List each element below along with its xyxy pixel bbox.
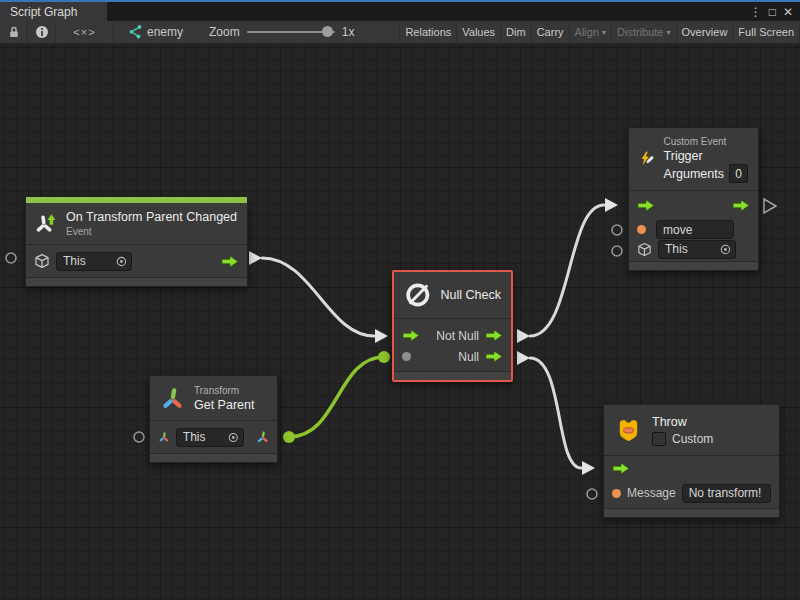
maximize-icon[interactable]: □ [769,6,776,18]
node-subtitle: Event [66,225,237,238]
transform-changed-event-icon [36,211,57,237]
chevron-down-icon: ▾ [602,28,606,37]
code-view-button[interactable]: <×> [56,21,114,43]
zoom-label: Zoom [209,25,240,39]
target-input[interactable] [63,254,116,268]
zoom-slider[interactable] [247,31,335,33]
flow-output-port[interactable] [732,199,750,212]
input-port-circle[interactable] [587,489,597,499]
node-title: Throw [652,414,713,430]
object-picker-icon[interactable] [228,431,239,444]
wire-arrowhead [517,351,530,365]
target-field[interactable] [176,428,244,447]
tab-script-graph[interactable]: Script Graph [0,2,107,21]
custom-checkbox-label: Custom [672,432,713,446]
toolbar-toggle-group: Relations Values Dim Carry Align ▾ Distr… [399,21,800,43]
toolbar-button-overview[interactable]: Overview [677,21,734,43]
graph-name: enemy [147,25,183,39]
node-null-check[interactable]: Null Check Not Null Null [392,270,513,382]
toolbar-button-align[interactable]: Align ▾ [570,21,612,43]
toolbar-button-carry[interactable]: Carry [532,21,570,43]
connection-wire-notnull-to-trigger[interactable] [530,205,604,336]
graph-toolbar: <×> enemy Zoom 1x Relations Values Dim C… [0,21,800,44]
value-input-port[interactable] [637,225,646,234]
wire-arrowhead [517,329,530,343]
event-name-input[interactable] [663,223,729,237]
target-input[interactable] [183,430,228,444]
node-category: Custom Event [664,135,748,148]
node-category: Transform [194,384,254,397]
close-icon[interactable]: ✕ [783,6,793,18]
wire-arrowhead [582,461,595,475]
connection-wire-event-to-nullcheck[interactable] [262,258,374,336]
zoom-control: Zoom 1x [209,21,354,43]
tab-bar: Script Graph ⋮ □ ✕ [0,2,800,21]
node-custom-event-trigger[interactable]: Custom Event Trigger Arguments 0 [628,127,759,271]
node-footer [604,508,779,517]
node-throw[interactable]: Throw Custom Message [603,404,780,518]
zoom-value: 1x [342,25,355,39]
flow-output-port-not-null[interactable] [485,329,503,342]
toolbar-button-fullscreen[interactable]: Full Screen [733,21,800,43]
input-port-circle[interactable] [612,246,622,256]
node-footer [150,453,277,462]
node-get-parent[interactable]: Transform Get Parent [149,375,278,463]
gameobject-icon [637,242,652,257]
message-label: Message [627,486,676,500]
value-input-port[interactable] [402,352,411,361]
node-title: Get Parent [194,397,254,413]
transform-icon [160,386,185,411]
target-field[interactable] [658,240,736,259]
input-port-circle[interactable] [6,253,16,263]
flow-input-port[interactable] [402,329,420,342]
object-picker-icon[interactable] [116,255,127,268]
window-menu-icon[interactable]: ⋮ [750,6,762,18]
graph-icon [128,25,142,39]
event-name-field[interactable] [656,220,734,239]
transform-output-port[interactable] [256,429,270,445]
wire-arrowhead [249,251,262,265]
port-label-null: Null [458,350,479,364]
inspect-button[interactable] [28,21,56,43]
transform-input-icon[interactable] [158,430,170,444]
custom-event-icon [639,145,655,173]
custom-checkbox[interactable] [652,432,666,446]
node-title: Trigger [664,148,748,164]
wire-endpoint [378,351,390,363]
zoom-slider-handle[interactable] [322,26,333,37]
toolbar-button-distribute[interactable]: Distribute ▾ [612,21,676,43]
target-field[interactable] [56,252,132,271]
message-input[interactable] [689,486,766,500]
node-title: Null Check [441,287,501,303]
code-icon: <×> [73,26,95,38]
script-graph-window: Script Graph ⋮ □ ✕ <×> [0,0,800,600]
flow-output-port[interactable] [221,255,239,268]
input-port-circle[interactable] [134,432,144,442]
output-port-triangle[interactable] [764,199,776,213]
tab-title: Script Graph [10,5,77,19]
wire-endpoint [283,431,295,443]
port-label-not-null: Not Null [436,329,479,343]
flow-output-port-null[interactable] [485,350,503,363]
graph-canvas[interactable]: On Transform Parent Changed Event [0,44,800,600]
target-input[interactable] [665,242,720,256]
node-on-transform-parent-changed[interactable]: On Transform Parent Changed Event [25,196,248,287]
arguments-count-field[interactable]: 0 [729,164,748,183]
null-check-icon [404,281,432,309]
flow-input-port[interactable] [637,199,655,212]
lock-icon [7,25,21,39]
connection-wire-null-to-throw[interactable] [530,358,581,468]
throw-icon [614,416,643,445]
input-port-circle[interactable] [612,225,622,235]
toolbar-button-relations[interactable]: Relations [400,21,457,43]
info-icon [35,25,49,39]
toolbar-button-values[interactable]: Values [457,21,501,43]
value-input-port[interactable] [612,489,621,498]
flow-input-port[interactable] [612,462,630,475]
graph-breadcrumb[interactable]: enemy [128,21,183,43]
toolbar-button-dim[interactable]: Dim [501,21,532,43]
message-field[interactable] [682,484,771,503]
connection-wire-getparent-to-nullcheck[interactable] [289,357,384,437]
object-picker-icon[interactable] [720,243,731,256]
lock-button[interactable] [0,21,28,43]
